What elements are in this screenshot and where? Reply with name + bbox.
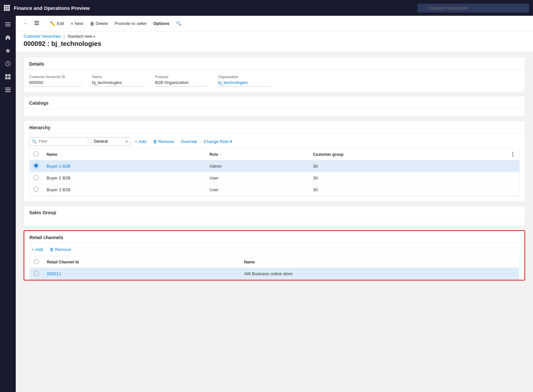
select-all-radio[interactable] (33, 151, 39, 156)
hierarchy-header: Hierarchy (24, 121, 525, 133)
sidebar-workspaces[interactable] (2, 71, 14, 83)
buyer-2-more (506, 172, 519, 184)
svg-rect-7 (6, 9, 8, 11)
role-sort-icon: ↑ (220, 153, 222, 156)
options-button[interactable]: Options (151, 19, 172, 28)
retail-channel-id-000211[interactable]: 000211 (43, 268, 240, 280)
sidebar-modules[interactable] (2, 84, 14, 96)
svg-rect-2 (8, 5, 10, 7)
sidebar-home[interactable] (2, 31, 14, 43)
svg-rect-15 (5, 77, 8, 79)
name-column-header: Name (43, 149, 206, 160)
svg-rect-1 (6, 5, 8, 7)
svg-rect-9 (5, 22, 10, 23)
buyer-3-role: User (206, 184, 309, 196)
hierarchy-add-button[interactable]: + + Add Add (133, 138, 148, 145)
search-wrapper: 🔍 (418, 4, 529, 12)
table-row: Buyer 2 B2B User 30 (30, 172, 519, 184)
cmd-divider-1 (44, 20, 45, 28)
row-select-cell (30, 160, 43, 172)
general-dropdown-wrapper: General All ▾ (91, 137, 130, 146)
hierarchy-table-wrapper: Name Role ↑ Customer group (29, 148, 520, 196)
promote-button[interactable]: Promote to seller (112, 19, 149, 28)
catalogs-section: Catalogs (24, 96, 525, 117)
svg-rect-10 (5, 24, 10, 25)
general-dropdown[interactable]: General All (91, 137, 130, 146)
table-row: 000211 AW Business online store (30, 268, 519, 280)
back-button[interactable]: ← (21, 19, 31, 28)
sidebar-favorites[interactable] (2, 45, 14, 56)
sales-group-header: Sales Group (24, 206, 525, 218)
retail-select-all-radio[interactable] (34, 259, 39, 264)
sidebar (0, 16, 16, 392)
svg-rect-16 (8, 77, 10, 79)
edit-button[interactable]: ✏️ Edit (47, 19, 67, 28)
retail-channels-section: Retail channels + Add 🗑 Remove (24, 230, 525, 280)
back-icon: ← (24, 21, 28, 26)
search-icon: 🔍 (176, 21, 181, 26)
trash-icon: 🗑 (153, 139, 157, 144)
hierarchy-id-label: Customer hierarchy ID (29, 75, 82, 79)
retail-channels-table: Retail Channel Id Name 000211 AW Busines… (30, 256, 519, 280)
buyer-2-customer-group: 30 (309, 172, 506, 184)
global-search-input[interactable] (418, 4, 529, 12)
retail-select-header (30, 256, 43, 268)
svg-rect-11 (5, 26, 10, 26)
buyer-1-name[interactable]: Buyer 1 B2B (43, 160, 206, 172)
purpose-field: Purpose B2B Organization (155, 75, 208, 87)
retail-toolbar: + Add 🗑 Remove (24, 243, 524, 256)
menu-button[interactable] (32, 19, 42, 28)
svg-rect-8 (8, 9, 10, 11)
main-content: ← ✏️ Edit + New 🗑 Delete (16, 16, 533, 392)
hierarchy-table: Name Role ↑ Customer group (30, 149, 519, 196)
new-icon: + (71, 21, 73, 26)
row-radio[interactable] (33, 163, 39, 168)
breadcrumb-link[interactable]: Customer hierarchies (24, 34, 61, 39)
retail-row-select (30, 268, 43, 280)
sidebar-recent[interactable] (2, 58, 14, 70)
page-header: Customer hierarchies | Standard view ▾ 0… (16, 31, 533, 52)
row-select-cell (30, 184, 43, 196)
svg-rect-14 (8, 74, 10, 76)
hierarchy-filter-input[interactable] (29, 137, 88, 146)
sidebar-hamburger[interactable] (2, 18, 14, 30)
command-bar: ← ✏️ Edit + New 🗑 Delete (16, 16, 533, 31)
buyer-3-customer-group: 30 (309, 184, 506, 196)
buyer-3-name: Buyer 3 B2B (43, 184, 206, 196)
retail-add-icon: + (31, 247, 34, 252)
customer-group-column-header: Customer group (309, 149, 506, 160)
row-select-cell (30, 172, 43, 184)
change-role-button[interactable]: Change Role ▾ (202, 138, 234, 145)
name-value: bj_technologies (92, 80, 145, 87)
svg-rect-3 (4, 7, 6, 9)
svg-rect-5 (8, 7, 10, 9)
edit-icon: ✏️ (50, 21, 55, 26)
hierarchy-id-field: Customer hierarchy ID 000092 (29, 75, 82, 87)
more-options-icon[interactable]: ⋮ (510, 152, 515, 157)
svg-rect-4 (6, 7, 8, 9)
new-button[interactable]: + New (68, 19, 86, 28)
row-radio[interactable] (33, 187, 39, 192)
override-button[interactable]: Override (179, 138, 199, 145)
change-role-chevron-icon: ▾ (230, 139, 232, 144)
retail-name-header: Name (240, 256, 519, 268)
content-area: Details Customer hierarchy ID 000092 Nam… (16, 52, 533, 290)
retail-add-button[interactable]: + Add (30, 246, 45, 253)
hierarchy-remove-button[interactable]: 🗑 Remove (151, 138, 176, 145)
retail-row-radio[interactable] (34, 271, 39, 276)
waffle-menu[interactable] (4, 5, 10, 11)
table-row: Buyer 1 B2B Admin 30 (30, 160, 519, 172)
delete-button[interactable]: 🗑 Delete (87, 19, 111, 28)
delete-icon: 🗑 (90, 21, 94, 26)
buyer-1-more (506, 160, 519, 172)
standard-view-selector[interactable]: Standard view ▾ (67, 34, 95, 39)
svg-rect-17 (5, 88, 10, 89)
buyer-1-customer-group: 30 (309, 160, 506, 172)
row-radio[interactable] (33, 175, 39, 180)
organization-value[interactable]: bj_technologies (218, 80, 271, 87)
details-form-row: Customer hierarchy ID 000092 Name bj_tec… (29, 75, 520, 87)
retail-channel-name-aw: AW Business online store (240, 268, 519, 280)
retail-remove-button[interactable]: 🗑 Remove (48, 246, 73, 253)
details-body: Customer hierarchy ID 000092 Name bj_tec… (24, 70, 525, 92)
search-button[interactable]: 🔍 (174, 19, 184, 28)
